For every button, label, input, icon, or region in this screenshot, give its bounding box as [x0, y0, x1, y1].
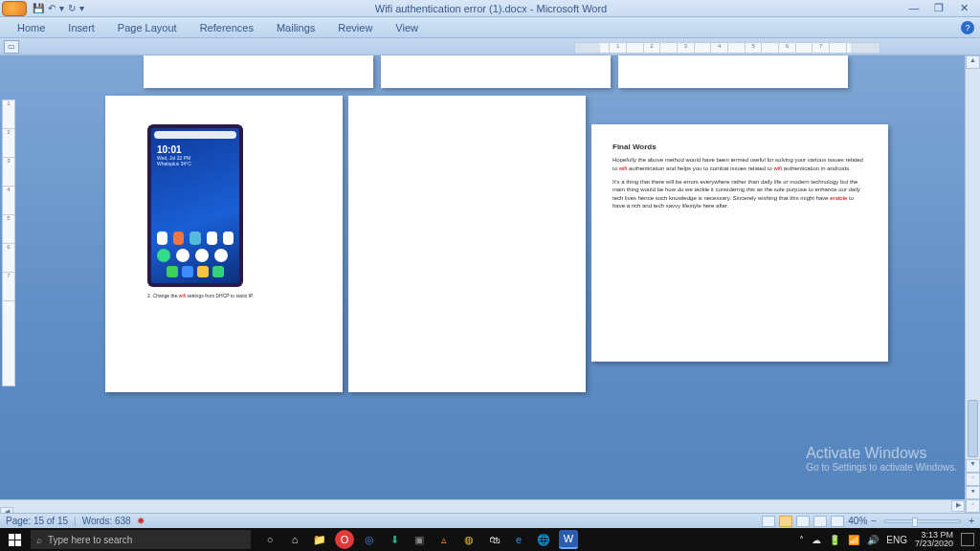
zoom-in-button[interactable]: +	[969, 516, 974, 526]
tab-review[interactable]: Review	[326, 18, 384, 37]
tab-home[interactable]: Home	[6, 18, 56, 37]
reading-layout-button[interactable]: ▭	[4, 40, 19, 54]
scrollbar-horizontal[interactable]: ◀ ▶	[0, 499, 965, 513]
document-workspace[interactable]: 12 34 56 7 10:01 Wed, Jul 22 PM Whatsplu…	[0, 55, 980, 513]
office-button[interactable]	[2, 1, 27, 16]
taskbar: ⌕ Type here to search ○ ⌂ 📁 O ◎ ⬇ ▣ ▵ ◍ …	[0, 528, 980, 551]
vlc-icon[interactable]: ▵	[434, 530, 454, 549]
minimize-button[interactable]: —	[907, 2, 921, 14]
paragraph: Hopefully the above method would have be…	[612, 156, 867, 172]
view-print-layout-button[interactable]	[762, 516, 775, 527]
chrome-icon[interactable]: ◎	[360, 530, 379, 549]
page-15[interactable]: Final Words Hopefully the above method w…	[591, 124, 888, 362]
tray-overflow-icon[interactable]: ˄	[799, 535, 804, 545]
action-center-icon[interactable]	[961, 533, 974, 546]
search-icon: ⌕	[36, 535, 42, 545]
page-fragment[interactable]	[381, 55, 611, 88]
paragraph: It's a thing that there will be errors e…	[612, 178, 867, 210]
ruler-horizontal[interactable]: 1 1 2 3 4 5 6 7 8	[574, 42, 880, 54]
browse-object-icon[interactable]: ●	[966, 486, 980, 499]
clock[interactable]: 3:13 PM 7/23/2020	[915, 531, 953, 548]
tab-mailings[interactable]: Mailings	[265, 18, 326, 37]
heading-final-words: Final Words	[612, 142, 867, 152]
zoom-level[interactable]: 40%	[848, 516, 867, 526]
start-button[interactable]	[0, 528, 29, 551]
opera-icon[interactable]: O	[335, 530, 354, 549]
title-bar: 💾 ↶ ▾ ↻ ▾ Wifi authentication error (1).…	[0, 0, 980, 17]
ribbon-tabs: Home Insert Page Layout References Maili…	[0, 17, 980, 38]
close-button[interactable]: ✕	[957, 2, 970, 14]
store-icon[interactable]: 🛍	[484, 530, 503, 549]
tab-references[interactable]: References	[189, 18, 265, 37]
window-title: Wifi authentication error (1).docx - Mic…	[84, 3, 898, 14]
maximize-button[interactable]: ❐	[932, 2, 946, 14]
view-outline-button[interactable]	[813, 516, 827, 527]
page-14[interactable]: 10:01 Wed, Jul 22 PM Whatsplus 34°C 2. C…	[105, 96, 343, 392]
file-explorer-icon[interactable]: 📁	[310, 530, 329, 549]
scrollbar-vertical[interactable]: ▲ ▼ ◦ ● ◦	[965, 55, 980, 513]
search-placeholder: Type here to search	[48, 535, 132, 545]
windows-logo-icon	[9, 534, 21, 546]
tab-insert[interactable]: Insert	[56, 18, 106, 37]
tab-page-layout[interactable]: Page Layout	[106, 18, 189, 37]
onedrive-icon[interactable]: ☁	[812, 535, 821, 545]
status-bar: Page: 15 of 15 | Words: 638 ✸ 40% − +	[0, 513, 980, 528]
phone-clock: 10:01	[157, 144, 239, 155]
edge-icon[interactable]: 🌐	[534, 530, 553, 549]
word-icon[interactable]: W	[559, 530, 578, 549]
quick-access-toolbar: 💾 ↶ ▾ ↻ ▾	[33, 3, 84, 13]
view-web-layout-button[interactable]	[796, 516, 810, 527]
language-indicator[interactable]: ENG	[886, 535, 907, 545]
status-page[interactable]: Page: 15 of 15	[6, 516, 68, 526]
scroll-right-icon[interactable]: ▶	[951, 500, 965, 512]
download-manager-icon[interactable]: ⬇	[385, 530, 404, 549]
scroll-up-icon[interactable]: ▲	[966, 55, 980, 69]
zoom-out-button[interactable]: −	[871, 516, 877, 526]
phone-screenshot: 10:01 Wed, Jul 22 PM Whatsplus 34°C	[147, 124, 243, 287]
wifi-icon[interactable]: 📶	[848, 535, 859, 545]
scroll-down-icon[interactable]: ▼	[966, 459, 980, 473]
next-page-icon[interactable]: ◦	[966, 499, 980, 513]
task-view-icon[interactable]: ⌂	[285, 530, 304, 549]
search-box[interactable]: ⌕ Type here to search	[31, 530, 251, 549]
page-fragment[interactable]	[144, 55, 373, 88]
battery-icon[interactable]: 🔋	[829, 535, 840, 545]
redo-icon[interactable]: ↻	[68, 3, 76, 13]
scroll-thumb[interactable]	[968, 400, 978, 457]
help-icon[interactable]: ?	[961, 21, 974, 34]
volume-icon[interactable]: 🔊	[867, 535, 879, 545]
cortana-icon[interactable]: ○	[260, 530, 279, 549]
system-tray: ˄ ☁ 🔋 📶 🔊 ENG 3:13 PM 7/23/2020	[793, 531, 980, 548]
zoom-slider[interactable]	[884, 519, 961, 523]
view-full-screen-button[interactable]	[779, 516, 792, 527]
page-blank[interactable]	[348, 96, 586, 392]
prev-page-icon[interactable]: ◦	[966, 473, 980, 486]
page-fragment[interactable]	[618, 55, 848, 88]
undo-icon[interactable]: ↶	[48, 3, 56, 13]
activate-windows-watermark: Activate Windows Go to Settings to activ…	[806, 445, 957, 473]
chrome-canary-icon[interactable]: ◍	[459, 530, 479, 549]
proofing-icon[interactable]: ✸	[137, 516, 145, 526]
figure-caption: 2. Change the wifi settings from DHCP to…	[147, 293, 254, 298]
edge-legacy-icon[interactable]: e	[509, 530, 528, 549]
view-draft-button[interactable]	[831, 516, 844, 527]
app-icon[interactable]: ▣	[410, 530, 429, 549]
tab-view[interactable]: View	[384, 18, 430, 37]
status-words[interactable]: Words: 638	[82, 516, 131, 526]
save-icon[interactable]: 💾	[33, 3, 44, 13]
ruler-vertical[interactable]: 12 34 56 7	[2, 99, 15, 386]
